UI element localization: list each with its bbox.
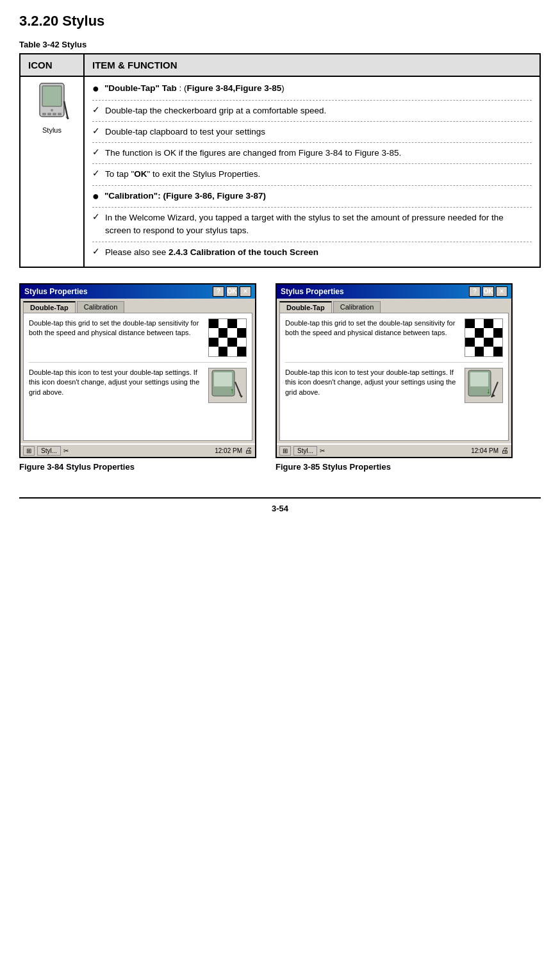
fig85-text1: Double-tap this grid to set the double-t…: [285, 318, 458, 338]
fig85-titlebar: Stylus Properties ? OK ×: [277, 285, 511, 299]
fig84-tab-doubletap[interactable]: Double-Tap: [23, 301, 76, 313]
fig84-start-btn[interactable]: ⊞: [23, 446, 35, 456]
bullet-item-doubletap: ● "Double-Tap" Tab : (Figure 3-84,Figure…: [92, 82, 532, 96]
fig85-text2: Double-tap this icon to test your double…: [285, 368, 458, 397]
divider-3: [92, 142, 532, 143]
check-text-1: Double-tap the checkerboard grip at a co…: [105, 104, 326, 117]
check-text-3: The function is OK if the figures are ch…: [105, 147, 401, 160]
col-header-function: ITEM & FUNCTION: [84, 54, 540, 76]
fig84-tab-calibration[interactable]: Calibration: [77, 301, 125, 313]
fig84-tabs: Double-Tap Calibration: [21, 299, 255, 313]
fig84-close-button[interactable]: ×: [240, 286, 251, 297]
fig85-checkerboard: [465, 318, 503, 357]
svg-text:↑: ↑: [230, 386, 234, 395]
d8: [493, 328, 503, 338]
checkmark-6: ✓: [92, 246, 100, 256]
fig85-taskbar-item[interactable]: Styl...: [293, 446, 317, 456]
bullet-item-calibration: ● "Calibration": (Figure 3-86, Figure 3-…: [92, 190, 532, 204]
c12: [237, 338, 247, 347]
c13: [209, 347, 218, 356]
fig85-caption: Figure 3-85 Stylus Properties: [276, 462, 391, 472]
checkmark-2: ✓: [92, 126, 100, 136]
checkmark-4: ✓: [92, 168, 100, 178]
c11: [227, 338, 237, 347]
svg-rect-3: [42, 113, 46, 115]
d9: [465, 338, 475, 347]
check-item-1: ✓ Double-tap the checkerboard grip at a …: [92, 104, 532, 117]
fig85-content-inner2: Double-tap this icon to test your double…: [285, 368, 503, 403]
d2: [475, 319, 484, 329]
check-text-4: To tap "OK" to exit the Stylus Propertie…: [105, 168, 260, 181]
fig84-help-button[interactable]: ?: [213, 286, 224, 297]
divider-1: [92, 100, 532, 101]
d5: [465, 328, 475, 338]
svg-line-7: [64, 101, 68, 119]
check-item-4: ✓ To tap "OK" to exit the Stylus Propert…: [92, 168, 532, 181]
fig84-checkerboard: [208, 318, 247, 357]
check-text-6: Please also see 2.4.3 Calibration of the…: [105, 246, 318, 259]
divider-7: [92, 242, 532, 242]
col-header-icon: ICON: [20, 54, 84, 76]
d15: [484, 347, 493, 356]
d14: [475, 347, 484, 356]
d4: [493, 319, 503, 329]
figure-84-dialog: Stylus Properties ? OK × Double-Tap Cali…: [19, 283, 256, 458]
fig85-start-btn[interactable]: ⊞: [279, 446, 291, 456]
fig85-content: Double-tap this grid to set the double-t…: [279, 313, 509, 441]
fig85-close-button[interactable]: ×: [496, 286, 507, 297]
fig85-taskbar-icons: ✂: [320, 447, 325, 454]
fig84-content-inner2: Double-tap this icon to test your double…: [29, 368, 247, 403]
fig84-stylus-test-icon[interactable]: ↑: [208, 368, 247, 403]
fig85-title-buttons: ? OK ×: [469, 286, 507, 297]
c1: [209, 319, 218, 329]
fig85-help-button[interactable]: ?: [469, 286, 481, 297]
main-table: ICON ITEM & FUNCTION: [19, 53, 541, 268]
d12: [493, 338, 503, 347]
fig85-scissors-icon: ✂: [320, 447, 325, 454]
svg-rect-10: [214, 372, 232, 386]
fig84-text1: Double-tap this grid to set the double-t…: [29, 318, 202, 338]
d6: [475, 328, 484, 338]
fig84-taskbar-item[interactable]: Styl...: [37, 446, 61, 456]
table-caption: Table 3-42 Stylus: [19, 40, 541, 49]
svg-rect-15: [470, 372, 488, 386]
fig85-tab-doubletap[interactable]: Double-Tap: [279, 301, 332, 313]
svg-rect-1: [42, 86, 62, 106]
fig85-tab-calibration[interactable]: Calibration: [333, 301, 381, 313]
check-item-6: ✓ Please also see 2.4.3 Calibration of t…: [92, 246, 532, 259]
bullet-dot-1: ●: [92, 82, 99, 96]
d16: [493, 347, 503, 356]
d7: [484, 328, 493, 338]
fig85-taskbar: ⊞ Styl... ✂ 12:04 PM 🖨: [277, 443, 511, 457]
page-footer: 3-54: [19, 497, 541, 513]
figures-row: Stylus Properties ? OK × Double-Tap Cali…: [19, 283, 541, 472]
divider-4: [92, 163, 532, 164]
fig85-ok-button[interactable]: OK: [482, 286, 494, 297]
fig85-tabs: Double-Tap Calibration: [277, 299, 511, 313]
divider-2: [92, 121, 532, 122]
fig85-printer-icon: 🖨: [501, 446, 509, 455]
d11: [484, 338, 493, 347]
fig84-checkerboard-area: [208, 318, 247, 357]
fig84-title-buttons: ? OK ×: [213, 286, 251, 297]
calibration-tab-text: "Calibration": (Figure 3-86, Figure 3-87…: [104, 190, 266, 202]
fig84-ok-button[interactable]: OK: [226, 286, 238, 297]
c5: [209, 328, 218, 338]
d13: [465, 347, 475, 356]
c10: [218, 338, 228, 347]
svg-rect-5: [53, 113, 56, 115]
c6: [218, 328, 228, 338]
checkmark-1: ✓: [92, 104, 100, 115]
c3: [227, 319, 237, 329]
fig85-clock: 12:04 PM: [471, 447, 498, 454]
fig85-checkerboard-area: [465, 318, 503, 357]
divider-6: [92, 207, 532, 208]
fig85-stylus-test-icon[interactable]: ↓: [465, 368, 503, 403]
svg-rect-4: [47, 113, 51, 115]
fig84-start-icon: ⊞: [26, 447, 31, 454]
check-item-5: ✓ In the Welcome Wizard, you tapped a ta…: [92, 211, 532, 238]
fig84-printer-icon: 🖨: [245, 446, 252, 455]
fig85-stylus-svg: ↓: [467, 369, 500, 401]
fig85-title: Stylus Properties: [281, 287, 344, 296]
figure-85-dialog: Stylus Properties ? OK × Double-Tap Cali…: [276, 283, 513, 458]
